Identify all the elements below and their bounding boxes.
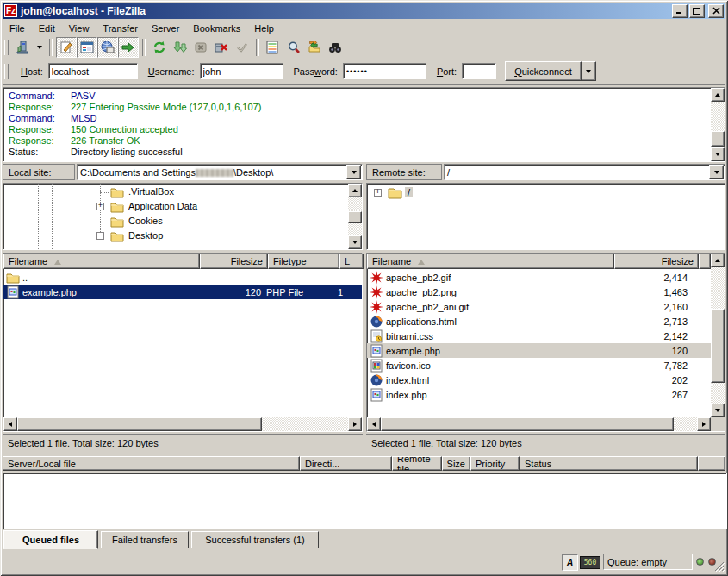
menu-bookmarks[interactable]: Bookmarks	[186, 22, 247, 35]
toolbar-grip[interactable]	[4, 40, 9, 55]
file-row[interactable]: bitnami.css 2,142	[367, 329, 711, 343]
tree-item-application-data[interactable]: + Application Data	[3, 199, 331, 214]
tab-queued-files[interactable]: Queued files	[3, 530, 98, 549]
file-row[interactable]: favicon.ico 7,782	[367, 358, 711, 373]
remote-site-combobox[interactable]: /	[444, 164, 725, 180]
toggle-message-log-button[interactable]	[56, 37, 77, 58]
quickconnect-button[interactable]: Quickconnect	[505, 61, 582, 81]
scroll-right-button[interactable]	[697, 417, 711, 431]
tree-expand-icon[interactable]: +	[374, 189, 382, 197]
file-row[interactable]: apache_pb2.gif 2,414	[367, 270, 711, 285]
column-header-filesize[interactable]: Filesize	[200, 254, 268, 269]
synchronized-browsing-button[interactable]	[304, 37, 325, 58]
scroll-thumb[interactable]	[711, 131, 725, 147]
scroll-up-button[interactable]	[711, 88, 725, 102]
tree-item-virtualbox[interactable]: .VirtualBox	[3, 185, 331, 199]
queue-header-direction[interactable]: Directi...	[300, 456, 392, 471]
menu-server[interactable]: Server	[145, 22, 186, 35]
reconnect-button[interactable]	[232, 37, 252, 58]
column-header-filetype[interactable]: Filetype	[268, 254, 339, 269]
scroll-down-button[interactable]	[348, 235, 362, 249]
tab-successful-transfers[interactable]: Successful transfers (1)	[191, 531, 319, 548]
process-queue-button[interactable]	[170, 37, 190, 58]
message-log[interactable]: Command:PASV Response:227 Entering Passi…	[3, 87, 725, 162]
queue-header-priority[interactable]: Priority	[470, 456, 520, 471]
tree-item-root[interactable]: + /	[367, 185, 694, 200]
disconnect-button[interactable]	[211, 37, 232, 58]
remote-directory-tree[interactable]: + /	[366, 183, 725, 250]
file-row[interactable]: index.html 202	[367, 373, 711, 387]
toggle-transfer-queue-button[interactable]	[118, 37, 139, 58]
tree-item-desktop[interactable]: - Desktop	[3, 229, 331, 243]
directory-comparison-button[interactable]	[263, 37, 283, 58]
tree-collapse-icon[interactable]: -	[96, 232, 104, 240]
scroll-up-button[interactable]	[348, 184, 362, 197]
log-vscrollbar[interactable]	[711, 88, 725, 161]
filter-button[interactable]	[283, 37, 304, 58]
file-row[interactable]: apache_pb2.png 1,463	[367, 285, 711, 299]
file-row[interactable]: applications.html 2,713	[367, 314, 711, 329]
queue-header-size[interactable]: Size	[442, 456, 470, 471]
file-row-selected[interactable]: example.php 120	[367, 343, 711, 358]
menu-edit[interactable]: Edit	[32, 22, 62, 35]
site-manager-button[interactable]	[12, 37, 33, 58]
local-file-list[interactable]: Filename Filesize Filetype L .. example.…	[3, 253, 363, 432]
resize-grip[interactable]	[713, 560, 725, 572]
scroll-left-button[interactable]	[367, 417, 381, 431]
menu-file[interactable]: File	[3, 22, 32, 35]
scroll-down-button[interactable]	[711, 404, 725, 417]
remote-list-vscrollbar[interactable]	[711, 254, 725, 417]
menu-help[interactable]: Help	[247, 22, 281, 35]
remote-list-hscrollbar[interactable]	[367, 417, 711, 431]
file-row-parent-dir[interactable]: ..	[3, 270, 362, 285]
tree-root-label[interactable]: /	[405, 187, 413, 197]
queue-header-remote-file[interactable]: Remote file	[392, 456, 442, 471]
menu-transfer[interactable]: Transfer	[96, 22, 145, 35]
find-files-button[interactable]	[325, 37, 345, 58]
minimize-button[interactable]	[672, 4, 688, 18]
local-tree-vscrollbar[interactable]	[348, 184, 362, 249]
remote-file-list[interactable]: Filename Filesize apache_pb2.gif 2,414 a…	[366, 253, 725, 432]
tree-expand-icon[interactable]: +	[96, 203, 104, 210]
cancel-operation-button[interactable]	[190, 37, 211, 58]
scroll-thumb[interactable]	[348, 211, 362, 223]
close-button[interactable]	[708, 4, 724, 18]
app-icon[interactable]: Fz	[4, 4, 17, 17]
scroll-thumb[interactable]	[17, 417, 262, 431]
scroll-left-button[interactable]	[3, 417, 17, 431]
tab-failed-transfers[interactable]: Failed transfers	[101, 531, 189, 548]
scroll-up-button[interactable]	[711, 254, 725, 267]
toggle-local-tree-button[interactable]	[77, 37, 97, 58]
scroll-down-button[interactable]	[711, 147, 725, 161]
local-site-combobox[interactable]: C:\Documents and Settings\Desktop\	[77, 164, 363, 180]
queue-list-area[interactable]	[3, 473, 727, 529]
username-input[interactable]	[200, 63, 283, 79]
combo-dropdown-button[interactable]	[346, 165, 361, 179]
password-input[interactable]	[343, 63, 426, 79]
combo-dropdown-button[interactable]	[709, 165, 724, 179]
speed-limit-icon[interactable]: 560	[580, 556, 600, 569]
local-list-hscrollbar[interactable]	[3, 417, 362, 431]
scroll-thumb[interactable]	[711, 309, 725, 383]
queue-header-server-local-file[interactable]: Server/Local file	[3, 456, 300, 471]
file-row-selected[interactable]: example.php 120 PHP File 1	[3, 285, 362, 299]
tree-item-cookies[interactable]: Cookies	[3, 214, 331, 229]
quickconnect-dropdown-button[interactable]	[582, 61, 596, 81]
column-header-modified[interactable]: L	[339, 254, 364, 269]
queue-header-status[interactable]: Status	[520, 456, 698, 471]
site-manager-dropdown-button[interactable]	[33, 37, 46, 58]
file-row[interactable]: apache_pb2_ani.gif 2,160	[367, 299, 711, 314]
data-type-icon[interactable]: A	[562, 554, 578, 571]
titlebar[interactable]: Fz john@localhost - FileZilla	[3, 3, 725, 19]
refresh-button[interactable]	[149, 37, 170, 58]
column-header-filename[interactable]: Filename	[367, 254, 614, 269]
local-directory-tree[interactable]: .VirtualBox + Application Data Cookies -…	[3, 183, 363, 250]
column-header-filesize[interactable]: Filesize	[614, 254, 699, 269]
quickbar-grip[interactable]	[4, 64, 9, 79]
column-header-filename[interactable]: Filename	[3, 254, 200, 269]
toggle-remote-tree-button[interactable]	[97, 37, 118, 58]
maximize-button[interactable]	[689, 4, 705, 18]
scroll-right-button[interactable]	[348, 417, 362, 431]
scroll-thumb[interactable]	[381, 417, 674, 431]
host-input[interactable]	[48, 63, 138, 79]
